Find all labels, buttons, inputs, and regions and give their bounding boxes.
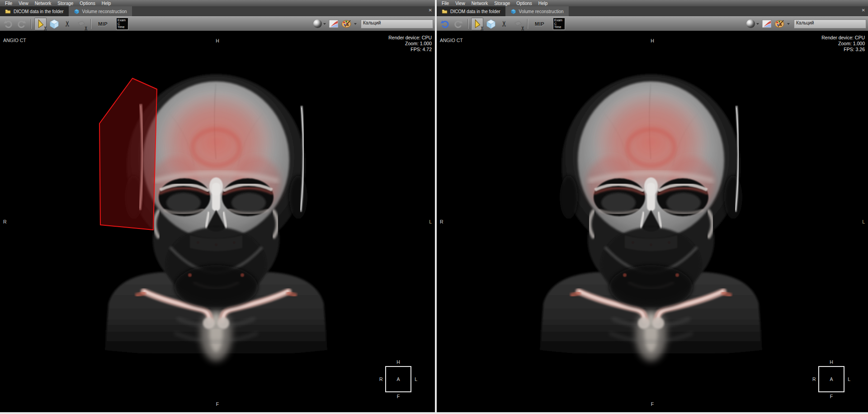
orientation-label-right: L [862, 219, 865, 224]
palette-preset-button[interactable] [774, 18, 790, 30]
render-mode-sphere-button[interactable] [746, 18, 759, 30]
viewport-3d-right[interactable]: ANGIO CT Render device: CPU Zoom: 1.000 … [437, 31, 868, 412]
cube-label-left: R [379, 376, 383, 382]
palette-preset-button[interactable] [341, 18, 357, 30]
orientation-cube[interactable]: H R L F A [385, 366, 411, 392]
tab-dicom-data[interactable]: DICOM data in the folder [437, 6, 505, 16]
zoom-label: Zoom: 1.000 [821, 41, 865, 47]
modality-label: ANGIO CT [3, 38, 26, 43]
menu-bar-right: File View Network Storage Options Help [437, 0, 868, 6]
viewport-3d-left[interactable]: ANGIO CT Render device: CPU Zoom: 1.000 … [0, 31, 435, 412]
modality-label: ANGIO CT [440, 38, 463, 43]
menu-help[interactable]: Help [535, 1, 551, 6]
volume-cube-tool-button[interactable] [48, 18, 60, 30]
menu-help[interactable]: Help [99, 1, 114, 6]
cut-polygon-overlay[interactable] [99, 78, 157, 230]
cube-icon [510, 9, 516, 14]
menu-options[interactable]: Options [76, 1, 98, 6]
undo-button[interactable] [2, 18, 14, 30]
mip-button[interactable]: MIP [94, 18, 112, 30]
menu-network[interactable]: Network [468, 1, 491, 6]
menu-file[interactable]: File [439, 1, 452, 6]
close-icon[interactable]: ✕ [862, 8, 865, 13]
fps-label: FPS: 3.26 [821, 47, 865, 52]
mip-button[interactable]: MIP [531, 18, 548, 30]
region-cut-tool-button[interactable]: ✂ [512, 18, 524, 30]
scissors-icon: ✂ [520, 26, 526, 31]
scissors-icon: ✂ [83, 26, 89, 31]
orientation-label-left: R [3, 219, 7, 224]
scissors-icon: ✂ [500, 20, 508, 27]
region-cut-tool-button[interactable]: ✂ [75, 18, 87, 30]
palette-icon [774, 19, 786, 29]
menu-options[interactable]: Options [513, 1, 535, 6]
cube-label-front: A [830, 376, 833, 382]
close-icon[interactable]: ✕ [429, 8, 432, 13]
chevron-down-icon [354, 23, 357, 25]
histogram-curve-icon [329, 19, 339, 29]
chevron-down-icon [323, 23, 326, 25]
redo-arrow-icon [453, 19, 463, 29]
transfer-function-button[interactable] [760, 18, 773, 30]
orientation-label-top: H [651, 38, 654, 43]
redo-button[interactable] [452, 18, 464, 30]
menu-storage[interactable]: Storage [54, 1, 76, 6]
transfer-function-button[interactable] [327, 18, 340, 30]
chevron-down-icon [756, 23, 759, 25]
glass-cube-icon [49, 19, 60, 29]
exam-thumb-line: Time [118, 25, 127, 29]
scissors-cut-tool-button[interactable]: ✂ [61, 18, 74, 30]
palette-icon [341, 19, 353, 29]
orientation-label-top: H [216, 38, 219, 43]
toolbar-separator [31, 19, 31, 29]
cube-label-bottom: F [830, 394, 833, 399]
render-device-label: Render device: CPU [821, 35, 865, 41]
folder-icon [5, 9, 11, 14]
cube-label-top: H [396, 359, 400, 365]
polygon-cut-tool-button[interactable]: ✂ [34, 18, 47, 30]
scissors-cut-tool-button[interactable]: ✂ [498, 18, 510, 30]
tab-label: DICOM data in the folder [14, 9, 64, 14]
exam-thumb-line: 2010/02 [554, 29, 564, 30]
viewer-window-left: File View Network Storage Options Help D… [0, 0, 435, 412]
tab-label: Volume reconstruction [519, 9, 564, 14]
polygon-cut-tool-button[interactable]: ✂ [471, 18, 483, 30]
tab-volume-reconstruction[interactable]: Volume reconstruction [505, 6, 569, 16]
orientation-label-right: L [429, 219, 432, 224]
render-device-label: Render device: CPU [388, 35, 432, 41]
volume-cube-tool-button[interactable] [485, 18, 497, 30]
toolbar-right: ✂ ✂ ✂ MIP Exam C Time 2010/02 [437, 16, 868, 31]
menu-view[interactable]: View [452, 1, 468, 6]
preset-combobox[interactable]: Кальций [794, 19, 866, 29]
cube-label-bottom: F [397, 394, 400, 399]
cube-label-top: H [830, 359, 833, 365]
sphere-icon [313, 19, 322, 28]
menu-file[interactable]: File [2, 1, 15, 6]
glass-cube-icon [486, 19, 496, 29]
menu-view[interactable]: View [15, 1, 32, 6]
exam-thumb-line: Exam C [554, 19, 564, 25]
render-info: Render device: CPU Zoom: 1.000 FPS: 3.26 [821, 35, 865, 52]
folder-icon [442, 9, 448, 14]
menu-network[interactable]: Network [32, 1, 55, 6]
orientation-label-left: R [440, 219, 443, 224]
tab-dicom-data[interactable]: DICOM data in the folder [0, 6, 69, 16]
orientation-cube[interactable]: H R L F A [818, 366, 844, 392]
zoom-label: Zoom: 1.000 [388, 41, 432, 47]
render-mode-sphere-button[interactable] [313, 18, 326, 30]
exam-series-thumbnail[interactable]: Exam C Time 2010/02 [553, 18, 565, 30]
cube-label-front: A [396, 376, 400, 382]
undo-button[interactable] [439, 18, 451, 30]
exam-series-thumbnail[interactable]: Exam C Time 2010/02 [116, 18, 128, 30]
menu-storage[interactable]: Storage [491, 1, 513, 6]
tab-label: Volume reconstruction [82, 9, 127, 14]
tab-volume-reconstruction[interactable]: Volume reconstruction [69, 6, 132, 16]
tab-bar-left: DICOM data in the folder Volume reconstr… [0, 6, 435, 16]
fps-label: FPS: 4.72 [388, 47, 432, 52]
redo-button[interactable] [15, 18, 28, 30]
skull-volume-render [437, 31, 868, 412]
skull-volume-render [0, 31, 435, 412]
undo-arrow-icon [440, 19, 450, 29]
histogram-curve-icon [762, 19, 772, 29]
preset-combobox[interactable]: Кальций [361, 19, 433, 29]
